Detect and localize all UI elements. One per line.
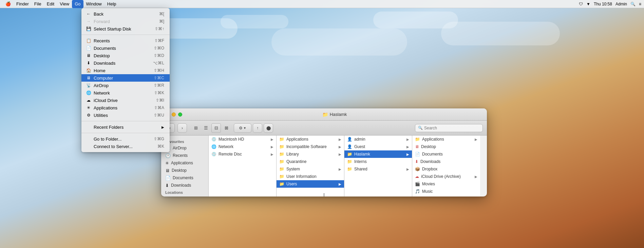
view-icon-btn[interactable]: ⊞ xyxy=(191,123,201,133)
col4-pictures[interactable]: 🖼 Pictures xyxy=(412,195,480,197)
go-menu-network[interactable]: 🌐 Network ⇧⌘K xyxy=(81,89,170,97)
col3-interns-icon: 📁 xyxy=(347,159,352,164)
col3-guest[interactable]: 👤 Guest ▶ xyxy=(344,143,412,150)
finder-toolbar: ‹ › ⊞ ☰ ⊟ ⊠ ⚙ ▼ ↑ ⬤ xyxy=(161,121,487,136)
go-connect-label: Connect to Server... xyxy=(94,144,157,149)
view-gallery-btn[interactable]: ⊠ xyxy=(222,123,231,133)
col2-incompatible-software[interactable]: 📁 Incompatible Software ▶ xyxy=(277,143,344,150)
minimize-button[interactable] xyxy=(172,112,176,117)
menu-help[interactable]: Help xyxy=(105,0,119,8)
go-menu-desktop[interactable]: 🖥 Desktop ⇧⌘D xyxy=(81,52,170,59)
menu-edit[interactable]: Edit xyxy=(44,0,57,8)
finder-window: 📁 Haslamk ‹ › ⊞ ☰ ⊟ ⊠ ⚙ ▼ xyxy=(161,108,487,197)
gear-icon: ⚙ xyxy=(239,126,243,130)
go-forward-label: Forward xyxy=(94,19,159,24)
desktop: 🍎 Finder File Edit View Go Window Help xyxy=(0,0,644,248)
col4-applications-arrow: ▶ xyxy=(475,138,477,141)
col4-dropbox[interactable]: 📦 Dropbox xyxy=(412,165,480,173)
col2-user-information[interactable]: 📁 User Information xyxy=(277,173,344,180)
search-bar[interactable]: 🔍 xyxy=(415,124,483,132)
col3-interns[interactable]: 📁 Interns xyxy=(344,158,412,165)
col2-system-arrow: ▶ xyxy=(339,167,341,171)
finder-columns: 💿 Macintosh HD ▶ 🌐 Network ▶ 💿 Remote Di… xyxy=(209,136,487,197)
go-menu-utilities[interactable]: ⚙ Utilities ⇧⌘U xyxy=(81,111,170,119)
menubar-menu-icon[interactable]: ≡ xyxy=(639,2,641,6)
col4-downloads[interactable]: ⬇ Downloads xyxy=(412,158,480,165)
menu-view[interactable]: View xyxy=(57,0,72,8)
go-icloud-shortcut: ⇧⌘I xyxy=(156,98,164,103)
col1-network-arrow: ▶ xyxy=(271,145,273,149)
col4-icloud-archive[interactable]: ☁ iCloud Drive (Archive) ▶ xyxy=(412,173,480,180)
go-menu-back[interactable]: ← Back ⌘[ xyxy=(81,10,170,18)
menu-window[interactable]: Window xyxy=(83,0,105,8)
go-menu-goto-folder[interactable]: Go to Folder... ⇧⌘G xyxy=(81,135,170,143)
col2-users[interactable]: 📁 Users ▶ xyxy=(277,180,344,188)
col4-documents[interactable]: 📄 Documents xyxy=(412,150,480,158)
zoom-button[interactable] xyxy=(178,112,182,117)
col2-library[interactable]: 📁 Library ▶ xyxy=(277,150,344,158)
sidebar-airdrop-label: AirDrop xyxy=(173,146,187,150)
col3-guest-arrow: ▶ xyxy=(406,145,409,149)
recent-folders-arrow: ▶ xyxy=(162,125,164,129)
sidebar-desktop-label: Desktop xyxy=(172,168,187,173)
sidebar-item-desktop[interactable]: 🖥 Desktop xyxy=(161,167,208,174)
tag-button[interactable]: ⬤ xyxy=(264,123,273,133)
go-menu-recent-folders[interactable]: Recent Folders ▶ xyxy=(81,123,170,131)
col2-quarantine[interactable]: 📁 Quarantine xyxy=(277,158,344,165)
finder-column-3: 👤 admin ▶ 👤 Guest ▶ 📁 Haslamk ▶ xyxy=(344,136,412,197)
go-menu-applications[interactable]: ✳ Applications ⇧⌘A xyxy=(81,104,170,111)
apple-menu[interactable]: 🍎 xyxy=(3,0,14,8)
col4-music[interactable]: 🎵 Music xyxy=(412,188,480,195)
sidebar-item-documents[interactable]: 📄 Documents xyxy=(161,174,208,182)
sidebar-applications-icon: ✳ xyxy=(165,161,169,166)
go-menu-recents[interactable]: 📋 Recents ⇧⌘F xyxy=(81,37,170,44)
menu-finder[interactable]: Finder xyxy=(14,0,32,8)
menu-go[interactable]: Go xyxy=(72,0,83,8)
go-menu-connect-server[interactable]: Connect to Server... ⌘K xyxy=(81,143,170,150)
col1-macintosh-hd-label: Macintosh HD xyxy=(219,137,244,142)
col4-desktop[interactable]: 🖥 Desktop xyxy=(412,143,480,150)
col1-macintosh-hd[interactable]: 💿 Macintosh HD ▶ xyxy=(209,136,276,143)
col3-guest-label: Guest xyxy=(354,144,365,149)
go-menu-downloads[interactable]: ⬇ Downloads ⌥⌘L xyxy=(81,59,170,67)
action-button[interactable]: ⚙ ▼ xyxy=(234,123,251,133)
go-utilities-shortcut: ⇧⌘U xyxy=(154,113,164,118)
col4-movies[interactable]: 🎬 Movies xyxy=(412,180,480,188)
col1-network[interactable]: 🌐 Network ▶ xyxy=(209,143,276,150)
go-menu-airdrop[interactable]: 📡 AirDrop ⇧⌘R xyxy=(81,82,170,89)
menubar: 🍎 Finder File Edit View Go Window Help xyxy=(0,0,644,8)
go-recent-folders-label: Recent Folders xyxy=(94,125,159,130)
menubar-left: 🍎 Finder File Edit View Go Window Help xyxy=(3,0,119,8)
col2-library-label: Library xyxy=(286,152,299,157)
sidebar-recents-label: Recents xyxy=(173,153,188,158)
share-button[interactable]: ↑ xyxy=(253,123,262,133)
sidebar-item-applications[interactable]: ✳ Applications xyxy=(161,159,208,167)
go-dropdown-menu: ← Back ⌘[ → Forward ⌘] 💾 Select Startup … xyxy=(81,8,170,152)
col2-applications[interactable]: 📁 Applications ▶ xyxy=(277,136,344,143)
col3-haslamk[interactable]: 📁 Haslamk ▶ xyxy=(344,150,412,158)
search-icon: 🔍 xyxy=(418,126,423,130)
col3-shared[interactable]: 📁 Shared ▶ xyxy=(344,165,412,173)
go-menu-startup-disk[interactable]: 💾 Select Startup Disk ⇧⌘↑ xyxy=(81,25,170,33)
menubar-search-icon[interactable]: 🔍 xyxy=(630,2,636,6)
go-menu-section-nav: ← Back ⌘[ → Forward ⌘] 💾 Select Startup … xyxy=(81,9,170,33)
col4-applications[interactable]: 📁 Applications ▶ xyxy=(412,136,480,143)
col1-remote-disc[interactable]: 💿 Remote Disc ▶ xyxy=(209,150,276,158)
go-menu-home[interactable]: 🏠 Home ⇧⌘H xyxy=(81,67,170,74)
search-input[interactable] xyxy=(424,126,480,130)
go-menu-icloud[interactable]: ☁ iCloud Drive ⇧⌘I xyxy=(81,97,170,104)
go-menu-computer[interactable]: 🖥 Computer ⇧⌘C xyxy=(81,74,170,82)
go-utilities-label: Utilities xyxy=(94,113,154,118)
view-list-btn[interactable]: ☰ xyxy=(201,123,211,133)
go-menu-documents[interactable]: 📄 Documents ⇧⌘O xyxy=(81,44,170,52)
col3-admin[interactable]: 👤 admin ▶ xyxy=(344,136,412,143)
go-network-shortcut: ⇧⌘K xyxy=(154,90,164,95)
forward-button[interactable]: › xyxy=(177,123,187,133)
window-folder-icon: 📁 xyxy=(322,112,328,117)
sidebar-item-recents[interactable]: 🕐 Recents xyxy=(161,152,208,159)
menu-file[interactable]: File xyxy=(32,0,44,8)
sidebar-item-downloads[interactable]: ⬇ Downloads xyxy=(161,182,208,189)
view-column-btn[interactable]: ⊟ xyxy=(211,123,221,133)
col2-system[interactable]: 📁 System ▶ xyxy=(277,165,344,173)
col4-applications-label: Applications xyxy=(422,137,444,142)
